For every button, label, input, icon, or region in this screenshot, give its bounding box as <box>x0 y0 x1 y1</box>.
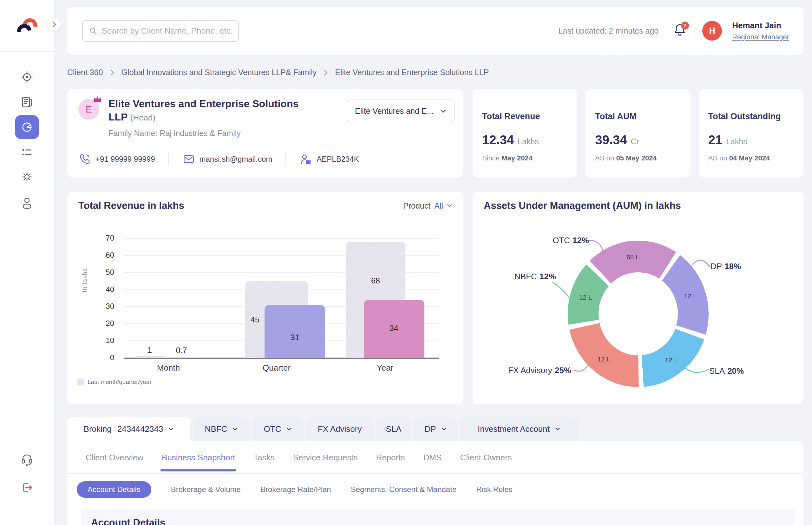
tab-investment-account[interactable]: Investment Account <box>460 417 578 441</box>
pill-risk-rules[interactable]: Risk Rules <box>476 485 513 494</box>
stat-title: Total Revenue <box>482 111 577 121</box>
last-updated-text: Last updated: 2 minutes ago <box>559 26 659 35</box>
tab-tasks[interactable]: Tasks <box>253 453 275 471</box>
entity-selector-dropdown[interactable]: Elite Ventures and E... <box>347 100 455 122</box>
client-phone: +91 99999 99999 <box>78 153 155 165</box>
pie-chart-icon <box>20 120 34 134</box>
y-axis-tick: 10 <box>83 336 114 345</box>
chevron-down-icon <box>441 427 447 431</box>
donut-segment-value: 12 L <box>579 294 592 301</box>
search-input[interactable] <box>102 26 232 36</box>
tab-sla[interactable]: SLA <box>376 417 411 441</box>
bar-value-label: 68 <box>371 276 380 285</box>
list-icon <box>20 145 34 159</box>
chevron-right-icon <box>52 20 57 28</box>
newspaper-icon <box>20 95 34 109</box>
tab-nbfc[interactable]: NBFC <box>193 417 249 441</box>
y-axis-label: In lakhs <box>81 268 88 292</box>
stat-subtext: AS on 05 May 2024 <box>595 154 690 162</box>
stat-card-total-outstanding: Total Outstanding 21 Lakhs AS on 04 May … <box>699 89 803 178</box>
tab-broking[interactable]: Broking2434442343 <box>67 417 190 441</box>
client-card: E Elite Ventures and Enterprise Solution… <box>67 89 463 178</box>
account-details-title: Account Details <box>91 517 796 525</box>
charts-row: Total Revenue in lakhs Product All 01020… <box>67 192 803 404</box>
sidebar-item-list[interactable] <box>15 140 39 164</box>
sidebar-item-client360[interactable] <box>15 115 39 139</box>
donut-leader-line <box>552 283 569 297</box>
user-avatar[interactable]: H <box>702 21 722 41</box>
y-axis-tick: 30 <box>83 302 114 311</box>
divider <box>168 152 169 166</box>
notification-badge: 2 <box>681 21 689 29</box>
client-email-text: mansi.sh@gmail.com <box>200 155 272 164</box>
stat-subtext: AS on 04 May 2024 <box>708 154 803 162</box>
logout-icon <box>20 481 34 495</box>
tab-dms[interactable]: DMS <box>424 453 442 471</box>
search-box[interactable] <box>82 20 239 42</box>
stat-card-total-revenue: Total Revenue 12.34 Lakhs Since May 2024 <box>473 89 577 178</box>
revenue-chart-card: Total Revenue in lakhs Product All 01020… <box>67 192 463 404</box>
sidebar-item-target[interactable] <box>15 65 39 89</box>
user-role-link[interactable]: Regional Manager <box>732 33 789 41</box>
tab-business-snapshot[interactable]: Business Snapshort <box>162 453 235 471</box>
product-detail-panel: Client Overview Business Snapshort Tasks… <box>67 441 803 525</box>
breadcrumb-entity[interactable]: Elite Ventures and Enterprise Solutions … <box>335 68 489 77</box>
pill-brokerage-rate-plan[interactable]: Brokerage Rate/Plan <box>261 485 331 494</box>
client-name: Elite Ventures and Enterprise Solutions … <box>108 97 305 124</box>
sidebar-item-news[interactable] <box>15 90 39 114</box>
stat-value: 21 <box>708 133 723 147</box>
sidebar-item-settings[interactable] <box>15 165 39 189</box>
topbar: Last updated: 2 minutes ago 2 H Hemant J… <box>67 7 803 55</box>
client-email: mansi.sh@gmail.com <box>182 153 272 165</box>
tab-fx-advisory[interactable]: FX Advisory <box>306 417 373 441</box>
donut-segment-value: 12 L <box>665 356 678 364</box>
donut-label-fx-advisory: FX Advisory25% <box>508 365 571 375</box>
pill-segments-consent-mandate[interactable]: Segments, Consent & Mandate <box>351 485 457 494</box>
bar-current-month <box>166 357 197 358</box>
breadcrumb-client360[interactable]: Client 360 <box>67 68 103 77</box>
pill-account-details[interactable]: Account Details <box>77 481 151 498</box>
chevron-down-icon <box>555 427 560 431</box>
revenue-bar-chart: 010203040506070In lakhs10.745316834Month… <box>67 192 463 404</box>
tab-client-overview[interactable]: Client Overview <box>86 453 143 471</box>
stat-title: Total Outstanding <box>708 111 803 121</box>
snapshot-pills: Account Details Brokerage & Volume Broke… <box>77 481 513 498</box>
client-pan: AEPLB234K <box>299 153 359 165</box>
user-icon <box>20 196 34 210</box>
tab-dp[interactable]: DP <box>414 417 457 441</box>
bar-last-month <box>134 356 165 358</box>
donut-label-sla: SLA20% <box>709 366 744 376</box>
sidebar-item-support[interactable] <box>15 448 39 472</box>
chevron-right-icon <box>324 69 328 76</box>
chevron-down-icon <box>168 427 174 431</box>
y-axis-tick: 0 <box>83 353 114 362</box>
tab-service-requests[interactable]: Service Requests <box>293 453 358 471</box>
sidebar-divider <box>0 51 54 52</box>
stat-title: Total AUM <box>595 111 690 121</box>
tab-reports[interactable]: Reports <box>376 453 405 471</box>
sidebar <box>0 0 54 525</box>
sidebar-expand-button[interactable] <box>48 18 61 31</box>
chart-legend: Last month/quarter/year <box>77 378 152 386</box>
notifications-button[interactable]: 2 <box>673 23 688 39</box>
pill-brokerage-volume[interactable]: Brokerage & Volume <box>171 485 241 494</box>
stat-unit: Lakhs <box>518 137 539 146</box>
bar-value-label: 0.7 <box>176 346 187 355</box>
target-icon <box>20 70 34 84</box>
client-family-name: Family Name: Raj industries & Family <box>108 129 241 138</box>
donut-label-dp: DP18% <box>710 261 741 271</box>
legend-label: Last month/quarter/year <box>88 378 152 386</box>
tab-client-owners[interactable]: Client Owners <box>460 453 512 471</box>
bar-value-label: 34 <box>389 324 398 333</box>
chevron-right-icon <box>110 69 115 76</box>
client-contact-row: +91 99999 99999 mansi.sh@gmail.com <box>78 152 452 166</box>
aum-chart-card: Assets Under Management (AUM) in lakhs 6… <box>473 192 803 404</box>
stats-cards: Total Revenue 12.34 Lakhs Since May 2024… <box>473 89 803 178</box>
sidebar-item-logout[interactable] <box>15 476 39 500</box>
tab-otc[interactable]: OTC <box>252 417 303 441</box>
chevron-down-icon <box>440 109 446 113</box>
breadcrumb-family[interactable]: Global Innovations and Strategic Venture… <box>121 68 317 77</box>
client-pan-text: AEPLB234K <box>316 155 359 164</box>
sidebar-item-profile[interactable] <box>15 191 39 215</box>
stat-unit: Cr <box>631 137 639 146</box>
